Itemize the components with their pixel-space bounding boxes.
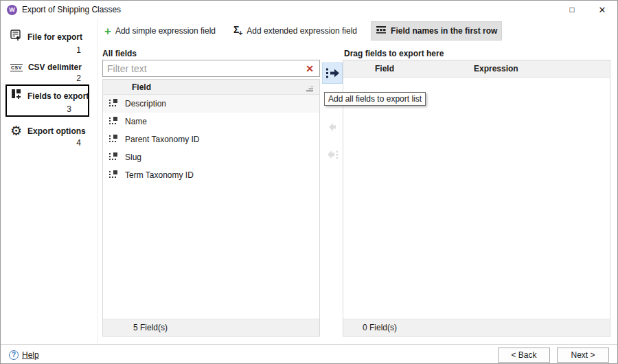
next-button[interactable]: Next > bbox=[557, 348, 609, 363]
add-all-fields-button[interactable] bbox=[322, 62, 343, 84]
sidebar-item-csv-delimiter[interactable]: CSV CSV delimiter 2 bbox=[1, 60, 98, 84]
clear-filter-icon[interactable]: ✕ bbox=[300, 64, 319, 73]
bottom-bar: ? Help < Back Next > bbox=[1, 344, 617, 364]
export-fields-count: 0 Field(s) bbox=[343, 319, 610, 336]
sidebar-item-export-options[interactable]: ⚙ Export options 4 bbox=[1, 123, 98, 149]
filter-box: ✕ bbox=[102, 60, 320, 77]
sigma-plus-icon: Σ+ bbox=[233, 25, 242, 36]
step-number: 2 bbox=[10, 73, 98, 83]
sidebar-item-file-for-export[interactable]: File for export 1 bbox=[1, 27, 98, 56]
field-row-name[interactable]: Name bbox=[103, 113, 319, 130]
remove-all-fields-button[interactable] bbox=[323, 146, 341, 163]
remove-field-button[interactable] bbox=[323, 119, 341, 135]
field-item-icon bbox=[108, 116, 118, 128]
field-row-label: Term Taxonomy ID bbox=[125, 170, 194, 180]
plus-icon: + bbox=[104, 25, 111, 37]
filter-input[interactable] bbox=[103, 63, 300, 74]
add-extended-expression-label: Add extended expression field bbox=[247, 26, 357, 36]
export-dialog: W Export of Shipping Classes □ ✕ + Add s… bbox=[0, 0, 618, 364]
expression-column-header[interactable]: Expression bbox=[474, 64, 518, 73]
all-fields-count: 5 Field(s) bbox=[103, 319, 319, 336]
help-icon: ? bbox=[9, 350, 19, 360]
sidebar-item-label: CSV delimiter bbox=[28, 62, 82, 72]
field-row-label: Parent Taxonomy ID bbox=[125, 135, 200, 144]
close-button[interactable]: ✕ bbox=[587, 1, 617, 19]
all-fields-column-header[interactable]: Field bbox=[103, 80, 319, 95]
step-number: 1 bbox=[10, 45, 98, 55]
add-simple-expression-label: Add simple expression field bbox=[115, 26, 216, 36]
field-item-icon bbox=[108, 152, 118, 163]
file-export-icon bbox=[10, 30, 22, 44]
sidebar-item-fields-to-export[interactable]: Fields to export 3 bbox=[5, 84, 89, 117]
add-all-tooltip: Add all fields to export list bbox=[324, 92, 426, 106]
toolbar: + Add simple expression field Σ+ Add ext… bbox=[100, 21, 502, 41]
field-row-slug[interactable]: Slug bbox=[103, 148, 319, 166]
maximize-button[interactable]: □ bbox=[557, 1, 587, 19]
field-names-first-row-toggle[interactable]: Field names in the first row bbox=[371, 21, 502, 41]
field-item-icon bbox=[108, 134, 118, 146]
field-row-description[interactable]: Description bbox=[103, 95, 319, 113]
back-button[interactable]: < Back bbox=[498, 348, 550, 363]
csv-icon: CSV bbox=[10, 64, 23, 71]
sidebar-item-label: Export options bbox=[27, 126, 86, 136]
table-header-icon bbox=[376, 25, 387, 36]
add-simple-expression-button[interactable]: + Add simple expression field bbox=[100, 21, 220, 41]
field-row-term-taxonomy-id[interactable]: Term Taxonomy ID bbox=[103, 166, 319, 184]
sidebar-item-label: Fields to export bbox=[27, 91, 89, 101]
fields-icon bbox=[11, 89, 22, 103]
field-item-icon bbox=[108, 170, 118, 181]
help-label: Help bbox=[22, 350, 39, 360]
field-row-label: Name bbox=[125, 117, 147, 126]
wizard-sidebar: File for export 1 CSV CSV delimiter 2 Fi… bbox=[1, 19, 98, 344]
field-names-first-row-label: Field names in the first row bbox=[391, 26, 497, 36]
step-number: 3 bbox=[11, 104, 88, 114]
field-row-label: Description bbox=[125, 99, 166, 109]
all-fields-list: Field Description Name Parent Taxonomy I… bbox=[102, 79, 320, 337]
field-column-header[interactable]: Field bbox=[343, 64, 474, 73]
help-link[interactable]: ? Help bbox=[9, 350, 39, 360]
field-column-label: Field bbox=[132, 82, 151, 92]
all-fields-title: All fields bbox=[102, 49, 137, 58]
remove-arrow-icon bbox=[326, 122, 339, 132]
field-row-label: Slug bbox=[125, 152, 141, 162]
remove-all-arrow-icon bbox=[325, 150, 339, 159]
window-title: Export of Shipping Classes bbox=[22, 5, 121, 14]
sidebar-item-label: File for export bbox=[27, 32, 82, 42]
gear-icon: ⚙ bbox=[10, 126, 22, 137]
export-fields-title: Drag fields to export here bbox=[344, 49, 444, 58]
export-fields-header: Field Expression bbox=[343, 60, 610, 78]
step-number: 4 bbox=[10, 138, 98, 148]
all-fields-rows: Description Name Parent Taxonomy ID Slug… bbox=[103, 95, 319, 319]
add-all-arrow-icon bbox=[325, 67, 340, 79]
app-logo-icon: W bbox=[7, 5, 17, 15]
field-item-icon bbox=[108, 98, 118, 110]
sort-icon[interactable] bbox=[306, 84, 314, 94]
add-extended-expression-button[interactable]: Σ+ Add extended expression field bbox=[229, 21, 361, 41]
titlebar: W Export of Shipping Classes □ ✕ bbox=[1, 1, 617, 19]
field-row-parent-taxonomy-id[interactable]: Parent Taxonomy ID bbox=[103, 130, 319, 148]
export-fields-dropzone[interactable] bbox=[343, 78, 610, 319]
